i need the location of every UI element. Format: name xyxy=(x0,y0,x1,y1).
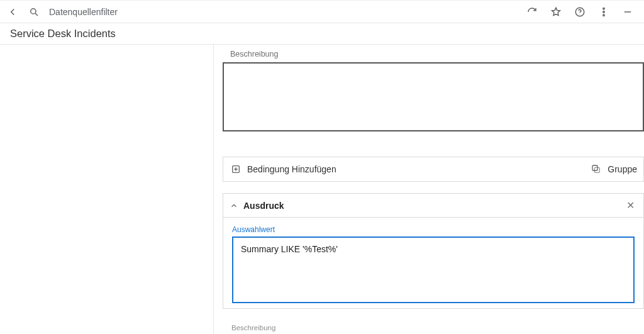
expression-panel: Ausdruck ✕ Auswahlwert xyxy=(223,193,644,309)
topbar-left: Datenquellenfilter xyxy=(6,6,118,18)
refresh-icon[interactable] xyxy=(526,6,538,18)
svg-point-4 xyxy=(603,11,604,12)
svg-point-5 xyxy=(603,14,604,16)
panel-header[interactable]: Ausdruck ✕ xyxy=(223,194,643,218)
expression-input[interactable] xyxy=(232,237,635,303)
more-icon[interactable] xyxy=(597,6,610,18)
group-button[interactable]: Gruppe xyxy=(590,163,637,175)
app-root: Datenquellenfilter Service Desk Incident… xyxy=(0,0,644,334)
add-condition-button[interactable]: Bedingung Hinzufügen xyxy=(230,163,336,175)
main-content: Beschreibung Bedingung Hinzufügen xyxy=(214,45,644,334)
add-condition-label: Bedingung Hinzufügen xyxy=(247,164,336,174)
topbar-right xyxy=(526,6,638,18)
group-label: Gruppe xyxy=(608,164,637,174)
page-title: Service Desk Incidents xyxy=(10,28,116,40)
group-icon xyxy=(590,163,602,175)
back-icon[interactable] xyxy=(6,6,19,18)
svg-point-3 xyxy=(603,8,604,9)
panel-title: Ausdruck xyxy=(243,201,284,211)
sidebar xyxy=(0,45,214,334)
description-textarea[interactable] xyxy=(223,62,644,131)
help-icon[interactable] xyxy=(574,6,586,18)
topbar-label: Datenquellenfilter xyxy=(49,7,118,17)
plus-box-icon xyxy=(230,163,242,175)
chevron-up-icon xyxy=(230,201,238,210)
search-icon[interactable] xyxy=(28,6,40,18)
close-icon[interactable]: ✕ xyxy=(624,197,637,214)
minimize-icon[interactable] xyxy=(621,6,634,18)
top-bar: Datenquellenfilter xyxy=(0,1,644,23)
title-bar: Service Desk Incidents xyxy=(0,23,644,45)
panel-desc-label: Beschreibung xyxy=(231,324,631,331)
panel-description-section: Beschreibung Test ASQL Datenquellfilter xyxy=(231,324,631,334)
description-field-label: Beschreibung xyxy=(230,50,644,58)
conditions-toolbar: Bedingung Hinzufügen Gruppe xyxy=(223,157,644,182)
svg-point-0 xyxy=(31,8,36,13)
star-icon[interactable] xyxy=(550,6,562,18)
svg-point-2 xyxy=(580,14,580,14)
expression-field-label: Auswahlwert xyxy=(232,225,635,234)
